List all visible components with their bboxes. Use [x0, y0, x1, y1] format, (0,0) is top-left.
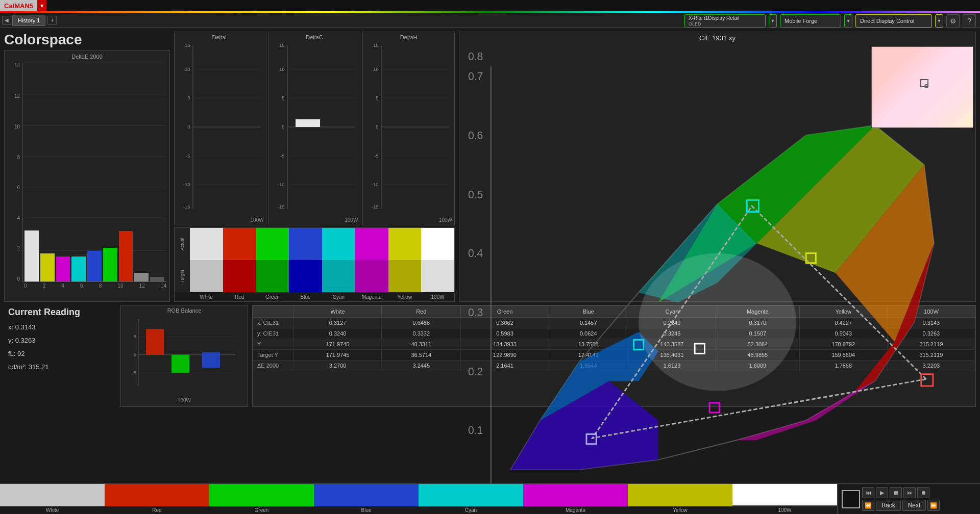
reading-cdm2: cd/m²: 315.21	[8, 361, 112, 374]
table-cell: 171.9745	[294, 350, 382, 361]
device3-label: Direct Display Control	[860, 18, 914, 24]
device3-arrow[interactable]: ▼	[935, 14, 943, 28]
rgb-balance-title: RGB Balance	[123, 307, 246, 314]
svg-text:0: 0	[187, 124, 190, 130]
device2-arrow[interactable]: ▼	[844, 14, 852, 28]
svg-rect-86	[146, 329, 164, 354]
tab-nav-back[interactable]: ◀	[2, 16, 11, 25]
swatch-label-yellow: Yellow	[388, 294, 422, 300]
strip-red[interactable]: Red	[105, 484, 209, 514]
tab-add-button[interactable]: +	[47, 16, 57, 25]
swatch-target-magenta	[355, 260, 388, 292]
svg-text:-5: -5	[374, 153, 379, 159]
btn-to-end[interactable]: ⏭	[903, 487, 916, 498]
deltah-chart: DeltaH 15 10 5 0 -5 -10 -15	[362, 32, 455, 225]
swatch-actual-cyan	[322, 228, 355, 260]
tab-history-1[interactable]: History 1	[12, 15, 45, 26]
btn-stop[interactable]: ⏹	[890, 487, 902, 498]
strip-cyan[interactable]: Cyan	[419, 484, 523, 514]
logo-dropdown[interactable]: ▼	[37, 0, 46, 11]
strip-blue[interactable]: Blue	[314, 484, 419, 514]
cie-title: CIE 1931 xy	[463, 34, 971, 42]
swatch-label-100w: 100W	[421, 294, 454, 300]
btn-record[interactable]: ⏺	[917, 487, 929, 498]
transport-controls: ⏮ ▶ ⏹ ⏭ ⏺ ⏪ Back Next ⏩	[862, 487, 940, 511]
bar-cyan	[71, 256, 86, 281]
btn-prev2[interactable]: ⏪	[862, 500, 874, 511]
svg-text:0.2: 0.2	[468, 366, 483, 377]
svg-text:0.6: 0.6	[468, 130, 483, 141]
svg-text:0.5: 0.5	[468, 189, 483, 200]
swatch-label-blue: Blue	[289, 294, 322, 300]
device3-dropdown[interactable]: Direct Display Control	[855, 14, 932, 28]
help-button[interactable]: ?	[963, 14, 976, 28]
svg-text:-15: -15	[183, 204, 190, 210]
device1-sub: OLED	[689, 21, 761, 27]
settings-button[interactable]: ⚙	[946, 14, 960, 28]
calman-logo[interactable]: CalMAN 5	[0, 0, 37, 11]
swatch-label-white: White	[190, 294, 223, 300]
swatch-target-red	[223, 260, 256, 292]
col-header-red: Red	[382, 306, 461, 318]
strip-green[interactable]: Green	[209, 484, 314, 514]
svg-text:0.4: 0.4	[468, 247, 483, 259]
strip-magenta-label: Magenta	[566, 506, 585, 514]
strip-red-label: Red	[152, 506, 161, 514]
reading-fl: fL: 92	[8, 347, 112, 361]
svg-text:5: 5	[134, 334, 136, 339]
deltal-chart: DeltaL 15 10 5	[174, 32, 266, 225]
strip-magenta[interactable]: Magenta	[523, 484, 628, 514]
svg-text:-5: -5	[280, 153, 285, 159]
table-cell: 0.3332	[382, 328, 461, 339]
deltah-title: DeltaH	[365, 34, 452, 40]
col-header-white: White	[294, 306, 382, 318]
colorspace-title: Colorspace	[4, 32, 170, 48]
btn-forward2[interactable]: ⏩	[927, 500, 940, 511]
btn-next[interactable]: Next	[902, 500, 926, 511]
btn-play[interactable]: ▶	[876, 487, 888, 498]
svg-text:15: 15	[185, 43, 190, 48]
svg-text:0: 0	[282, 124, 284, 130]
svg-text:-10: -10	[372, 182, 379, 187]
strip-yellow[interactable]: Yellow	[628, 484, 732, 514]
color-preview-box	[871, 46, 973, 128]
btn-back[interactable]: Back	[876, 500, 901, 511]
actual-label: Actual	[175, 228, 190, 260]
device1-arrow[interactable]: ▼	[769, 14, 777, 28]
svg-text:5: 5	[376, 95, 379, 100]
deltah-x-label: 100W	[439, 217, 452, 223]
table-cell-label: Target Y	[253, 350, 294, 361]
bar-red	[119, 231, 133, 281]
table-cell: 3.2445	[382, 361, 461, 371]
reading-y: y: 0.3263	[8, 334, 112, 347]
table-cell: 0.3127	[294, 318, 382, 328]
svg-text:0.1: 0.1	[468, 424, 483, 436]
svg-text:5: 5	[187, 95, 190, 100]
svg-text:0: 0	[134, 352, 136, 357]
svg-text:0.7: 0.7	[468, 70, 483, 82]
svg-point-50	[639, 253, 796, 391]
swatch-actual-green	[256, 228, 289, 260]
device1-dropdown[interactable]: X-Rite i1Display Retail OLED	[684, 14, 766, 28]
svg-text:0.3: 0.3	[468, 306, 483, 318]
svg-text:-15: -15	[372, 204, 379, 210]
table-cell-label: ΔE 2000	[253, 361, 294, 371]
strip-white[interactable]: White	[0, 484, 105, 514]
device2-dropdown[interactable]: Mobile Forge	[780, 14, 841, 28]
strip-100w[interactable]: 100W	[732, 484, 837, 514]
svg-rect-87	[172, 355, 189, 373]
deltac-chart: DeltaC 15 10 5 0 -5 -10 -15	[268, 32, 361, 225]
btn-to-start[interactable]: ⏮	[862, 487, 874, 498]
table-cell: 171.9745	[294, 339, 382, 350]
svg-text:5: 5	[282, 95, 284, 100]
svg-text:0.8: 0.8	[468, 51, 483, 63]
bar-yellow	[40, 253, 55, 281]
svg-text:10: 10	[279, 67, 285, 72]
color-patch-black[interactable]	[842, 490, 860, 508]
table-cell-label: y: CIE31	[253, 328, 294, 339]
svg-text:-5: -5	[132, 370, 136, 375]
deltal-title: DeltaL	[177, 34, 264, 40]
cie-panel: CIE 1931 xy	[459, 32, 976, 302]
reading-title: Current Reading	[8, 307, 112, 318]
deltae-title: DeltaE 2000	[8, 54, 166, 60]
